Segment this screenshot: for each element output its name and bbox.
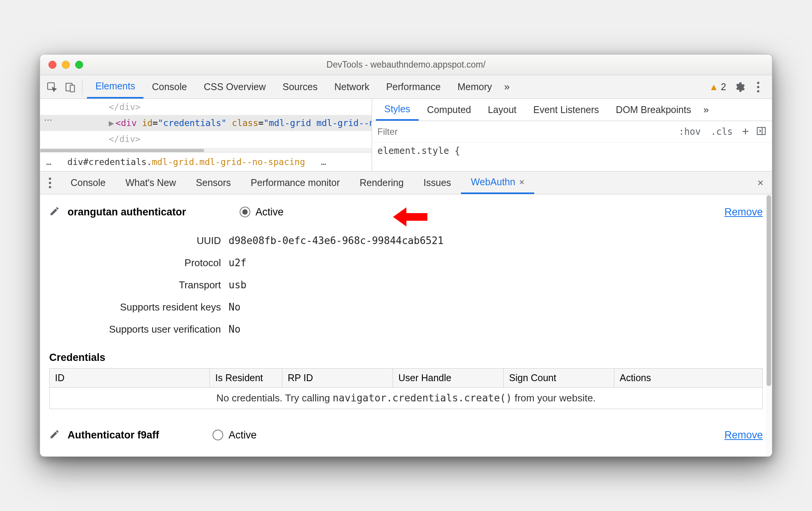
more-tabs-chevron-icon[interactable]: »	[500, 81, 513, 93]
drawer-tab-sensors[interactable]: Sensors	[186, 172, 241, 194]
drawer-tab-performance-monitor[interactable]: Performance monitor	[241, 172, 350, 194]
breadcrumb-node[interactable]: div#credentials.	[67, 157, 152, 167]
dom-line[interactable]: </div>	[40, 131, 372, 147]
main-tab-strip: Elements Console CSS Overview Sources Ne…	[40, 75, 772, 99]
active-radio[interactable]: Active	[240, 206, 284, 218]
tab-performance[interactable]: Performance	[378, 76, 449, 99]
window-title: DevTools - webauthndemo.appspot.com/	[40, 60, 772, 70]
prop-value: No	[229, 323, 240, 335]
prop-value: usb	[229, 279, 246, 291]
authenticator-properties: UUIDd98e08fb-0efc-43e6-968c-99844cab6521…	[61, 230, 763, 340]
tab-label: WebAuthn	[471, 176, 515, 188]
prop-value: No	[229, 301, 240, 313]
device-toolbar-icon[interactable]	[64, 81, 77, 94]
svg-rect-3	[757, 127, 765, 134]
vertical-scrollbar[interactable]	[766, 194, 772, 456]
active-radio[interactable]: Active	[213, 429, 257, 441]
prop-label: Supports user verification	[61, 323, 229, 335]
settings-gear-icon[interactable]	[733, 81, 746, 94]
prop-value: u2f	[229, 257, 246, 268]
close-drawer-icon[interactable]: ×	[754, 177, 767, 189]
new-style-rule-icon[interactable]: +	[740, 125, 751, 139]
prop-label: Supports resident keys	[61, 301, 229, 313]
empty-text-code: navigator.credentials.create()	[333, 392, 512, 404]
minimize-window-button[interactable]	[62, 61, 70, 69]
col-is-resident[interactable]: Is Resident	[210, 369, 282, 388]
warnings-badge[interactable]: ▲ 2	[709, 81, 726, 92]
remove-link[interactable]: Remove	[724, 429, 763, 441]
close-window-button[interactable]	[48, 61, 56, 69]
elements-panel[interactable]: ⋯ </div> ▶<div id="credentials" class="m…	[40, 99, 372, 171]
prop-label: Transport	[61, 279, 229, 291]
computed-sidebar-toggle-icon[interactable]	[756, 126, 767, 138]
tab-network[interactable]: Network	[326, 76, 378, 99]
stab-layout[interactable]: Layout	[479, 99, 525, 121]
prop-row: Supports resident keysNo	[61, 296, 763, 318]
drawer-kebab-menu-icon[interactable]	[45, 178, 55, 188]
stab-dom-breakpoints[interactable]: DOM Breakpoints	[607, 99, 699, 121]
prop-row: Transportusb	[61, 274, 763, 296]
styles-panel: Styles Computed Layout Event Listeners D…	[372, 99, 772, 171]
col-actions[interactable]: Actions	[614, 369, 762, 388]
edit-pencil-icon[interactable]	[49, 429, 60, 441]
tab-console[interactable]: Console	[143, 76, 195, 99]
empty-text-pre: No credentials. Try calling	[216, 392, 333, 404]
stab-styles[interactable]: Styles	[376, 99, 419, 121]
horizontal-scrollbar[interactable]	[40, 148, 372, 152]
drawer-tab-webauthn[interactable]: WebAuthn ×	[461, 172, 534, 194]
dom-line[interactable]: </div>	[40, 99, 372, 115]
radio-icon	[213, 430, 223, 440]
prop-row: Protocolu2f	[61, 252, 763, 274]
cls-toggle[interactable]: .cls	[709, 126, 735, 137]
col-id[interactable]: ID	[50, 369, 210, 388]
breadcrumb-classes[interactable]: mdl-grid.mdl-grid--no-spacing	[152, 157, 305, 167]
drawer-tab-rendering[interactable]: Rendering	[350, 172, 413, 194]
styles-tab-strip: Styles Computed Layout Event Listeners D…	[372, 99, 772, 121]
breadcrumb[interactable]: … div#credentials.mdl-grid.mdl-grid--no-…	[40, 152, 372, 171]
col-user-handle[interactable]: User Handle	[393, 369, 504, 388]
remove-link[interactable]: Remove	[724, 206, 763, 218]
gutter-ellipsis-icon[interactable]: ⋯	[44, 115, 52, 125]
col-rp-id[interactable]: RP ID	[282, 369, 393, 388]
breadcrumb-ellipsis[interactable]: …	[46, 157, 52, 167]
style-rule[interactable]: element.style {	[372, 142, 772, 159]
expand-caret-icon[interactable]: ▶	[109, 118, 114, 128]
authenticator-name: Authenticator f9aff	[68, 429, 159, 441]
tab-memory[interactable]: Memory	[449, 76, 500, 99]
hov-toggle[interactable]: :hov	[677, 126, 703, 137]
dom-line-selected[interactable]: ▶<div id="credentials" class="mdl-grid m…	[40, 115, 372, 131]
drawer-tab-console[interactable]: Console	[61, 172, 116, 194]
authenticator-block: orangutan authenticator Active Remove UU…	[49, 199, 763, 422]
annotation-arrow-icon	[391, 204, 429, 230]
tab-css-overview[interactable]: CSS Overview	[195, 76, 274, 99]
empty-text-post: from your website.	[512, 392, 596, 404]
titlebar: DevTools - webauthndemo.appspot.com/	[40, 55, 772, 75]
authenticator-header: Authenticator f9aff Active Remove	[49, 429, 763, 441]
prop-row: Supports user verificationNo	[61, 318, 763, 340]
scrollbar-thumb[interactable]	[40, 149, 204, 152]
kebab-menu-icon[interactable]	[753, 82, 764, 92]
close-tab-icon[interactable]: ×	[519, 177, 524, 188]
active-label: Active	[256, 206, 284, 218]
drawer-tab-whats-new[interactable]: What's New	[116, 172, 186, 194]
styles-filter-input[interactable]	[377, 126, 671, 137]
credentials-table: ID Is Resident RP ID User Handle Sign Co…	[49, 368, 763, 409]
stab-computed[interactable]: Computed	[419, 99, 479, 121]
prop-label: UUID	[61, 235, 229, 247]
select-element-icon[interactable]	[45, 81, 58, 94]
warning-count: 2	[721, 81, 726, 92]
col-sign-count[interactable]: Sign Count	[504, 369, 614, 388]
drawer-tab-strip: Console What's New Sensors Performance m…	[40, 171, 772, 194]
zoom-window-button[interactable]	[75, 61, 83, 69]
tab-sources[interactable]: Sources	[274, 76, 326, 99]
stab-event-listeners[interactable]: Event Listeners	[525, 99, 607, 121]
breadcrumb-ellipsis[interactable]: …	[321, 157, 326, 167]
scrollbar-thumb[interactable]	[767, 195, 771, 386]
edit-pencil-icon[interactable]	[49, 206, 60, 218]
drawer-tab-issues[interactable]: Issues	[414, 172, 461, 194]
prop-value: d98e08fb-0efc-43e6-968c-99844cab6521	[229, 235, 444, 246]
webauthn-panel: orangutan authenticator Active Remove UU…	[40, 194, 772, 456]
credentials-empty-row: No credentials. Try calling navigator.cr…	[50, 388, 762, 409]
styles-more-chevron-icon[interactable]: »	[699, 104, 712, 116]
tab-elements[interactable]: Elements	[87, 76, 143, 99]
